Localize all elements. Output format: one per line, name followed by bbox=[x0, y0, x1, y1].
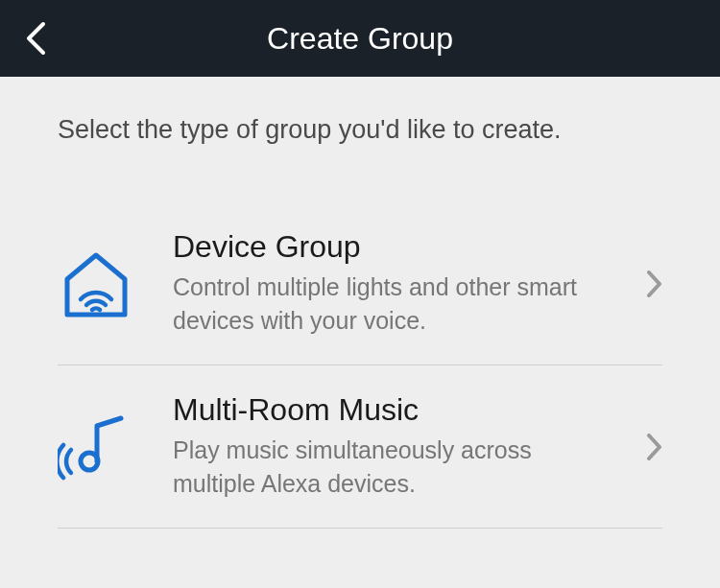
option-device-group[interactable]: Device Group Control multiple lights and… bbox=[58, 202, 662, 365]
option-title: Multi-Room Music bbox=[173, 392, 618, 428]
option-subtitle: Control multiple lights and other smart … bbox=[173, 270, 618, 338]
header-bar: Create Group bbox=[0, 0, 720, 77]
smart-home-icon bbox=[58, 246, 134, 322]
option-text-container: Device Group Control multiple lights and… bbox=[134, 229, 647, 338]
multi-room-music-icon bbox=[58, 409, 134, 485]
option-text-container: Multi-Room Music Play music simultaneous… bbox=[134, 392, 647, 501]
option-multi-room-music[interactable]: Multi-Room Music Play music simultaneous… bbox=[58, 365, 662, 529]
option-subtitle: Play music simultaneously across multipl… bbox=[173, 434, 618, 501]
content-area: Select the type of group you'd like to c… bbox=[0, 77, 720, 529]
back-button[interactable] bbox=[17, 13, 54, 63]
chevron-right-icon bbox=[647, 270, 662, 297]
instruction-text: Select the type of group you'd like to c… bbox=[58, 115, 662, 145]
page-title: Create Group bbox=[0, 21, 720, 57]
chevron-right-icon bbox=[647, 434, 662, 460]
chevron-left-icon bbox=[25, 21, 46, 56]
option-title: Device Group bbox=[173, 229, 618, 265]
